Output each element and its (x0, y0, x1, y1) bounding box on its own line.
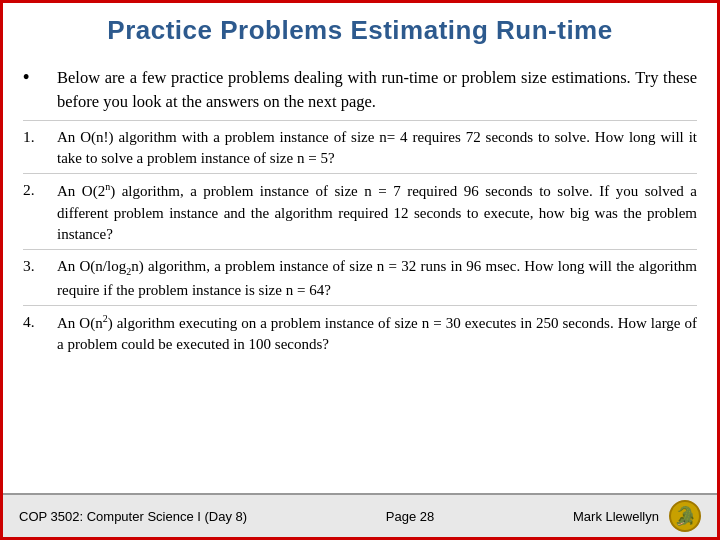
numbered-text-2: An O(2n) algorithm, a problem instance o… (57, 180, 697, 245)
numbered-text-1: An O(n!) algorithm with a problem instan… (57, 127, 697, 170)
footer-left-section: COP 3502: Computer Science I (Day 8) (19, 509, 247, 524)
numbered-text-3: An O(n/log2n) algorithm, a problem insta… (57, 256, 697, 300)
footer-logo-icon: 🐊 (669, 500, 701, 532)
footer-right-section: Mark Llewellyn 🐊 (573, 500, 701, 532)
number-marker-1: 1. (23, 127, 47, 146)
slide-content: • Below are a few practice problems deal… (3, 54, 717, 493)
numbered-item-2: 2. An O(2n) algorithm, a problem instanc… (23, 173, 697, 249)
footer-left-text: COP 3502: Computer Science I (Day 8) (19, 509, 247, 524)
number-marker-3: 3. (23, 256, 47, 275)
footer-center-text: Page 28 (386, 509, 434, 524)
slide-footer: COP 3502: Computer Science I (Day 8) Pag… (3, 493, 717, 537)
bullet-marker: • (23, 66, 47, 88)
numbered-item-4: 4. An O(n2) algorithm executing on a pro… (23, 305, 697, 360)
footer-right-text: Mark Llewellyn (573, 509, 659, 524)
bullet-section: • Below are a few practice problems deal… (23, 58, 697, 120)
numbered-item-3: 3. An O(n/log2n) algorithm, a problem in… (23, 249, 697, 304)
slide-title: Practice Problems Estimating Run-time (23, 15, 697, 46)
numbered-item-1: 1. An O(n!) algorithm with a problem ins… (23, 120, 697, 174)
numbered-text-4: An O(n2) algorithm executing on a proble… (57, 312, 697, 356)
bullet-text: Below are a few practice problems dealin… (57, 66, 697, 114)
slide: Practice Problems Estimating Run-time • … (0, 0, 720, 540)
number-marker-4: 4. (23, 312, 47, 331)
number-marker-2: 2. (23, 180, 47, 199)
slide-header: Practice Problems Estimating Run-time (3, 3, 717, 54)
